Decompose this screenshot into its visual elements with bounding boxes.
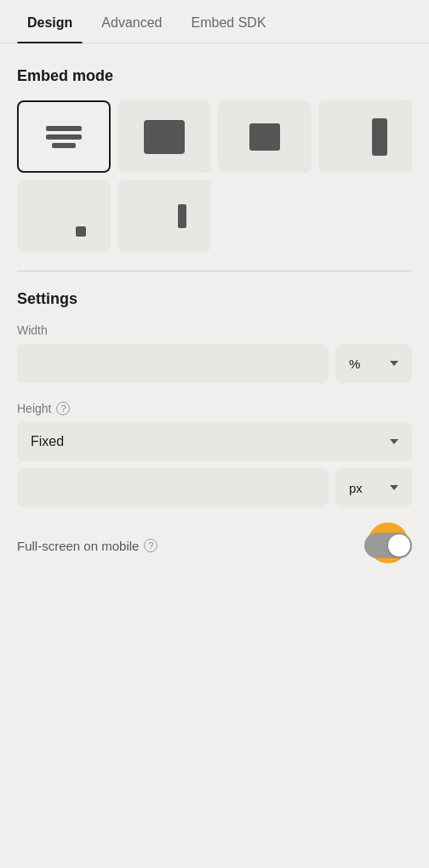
rect-large-icon: [144, 120, 185, 154]
mode-fullbar[interactable]: [17, 100, 111, 173]
height-help-icon[interactable]: ?: [56, 402, 70, 415]
content-area: Embed mode: [0, 43, 429, 575]
width-input-row: 100 %: [17, 344, 412, 383]
width-label: Width: [17, 323, 412, 337]
settings-label: Settings: [17, 290, 412, 308]
fullbar-icon: [46, 126, 82, 148]
width-input[interactable]: 100: [17, 344, 329, 383]
embed-mode-row2: [17, 180, 412, 252]
fullscreen-toggle-area: [364, 533, 412, 558]
divider: [17, 271, 412, 271]
fullscreen-row: Full-screen on mobile ?: [17, 533, 412, 558]
height-label: Height ?: [17, 402, 412, 415]
toggle-thumb: [388, 534, 410, 557]
height-input[interactable]: 500: [17, 468, 329, 507]
fullscreen-toggle[interactable]: [364, 533, 412, 558]
tab-design[interactable]: Design: [17, 0, 83, 43]
height-field-group: Height ? Fixed 500 px: [17, 402, 412, 507]
mode-rect-medium[interactable]: [218, 100, 312, 173]
side-dot-icon: [142, 194, 186, 238]
height-unit-chevron-icon: [390, 485, 398, 490]
width-unit-select[interactable]: %: [335, 344, 412, 383]
embed-mode-grid: [17, 100, 412, 173]
height-input-row: 500 px: [17, 468, 412, 507]
width-field-group: Width 100 %: [17, 323, 412, 383]
tab-embed-sdk[interactable]: Embed SDK: [181, 0, 277, 43]
bottom-dot-icon: [42, 194, 86, 238]
mode-side-right[interactable]: [318, 100, 412, 173]
height-unit-select[interactable]: px: [335, 468, 412, 507]
embed-mode-label: Embed mode: [17, 67, 412, 85]
tab-advanced[interactable]: Advanced: [91, 0, 172, 43]
mode-side-dot[interactable]: [117, 180, 211, 252]
mode-rect-large[interactable]: [117, 100, 211, 173]
fullscreen-label: Full-screen on mobile ?: [17, 539, 157, 553]
fullscreen-help-icon[interactable]: ?: [144, 539, 157, 552]
tab-bar: Design Advanced Embed SDK: [0, 0, 429, 43]
mode-empty-1: [218, 180, 312, 252]
side-right-icon: [343, 115, 387, 159]
width-unit-chevron-icon: [390, 361, 398, 366]
mode-bottom-dot[interactable]: [17, 180, 111, 252]
rect-medium-icon: [249, 123, 280, 151]
mode-empty-2: [318, 180, 412, 252]
height-mode-chevron-icon: [390, 439, 398, 444]
height-mode-select[interactable]: Fixed: [17, 422, 412, 461]
